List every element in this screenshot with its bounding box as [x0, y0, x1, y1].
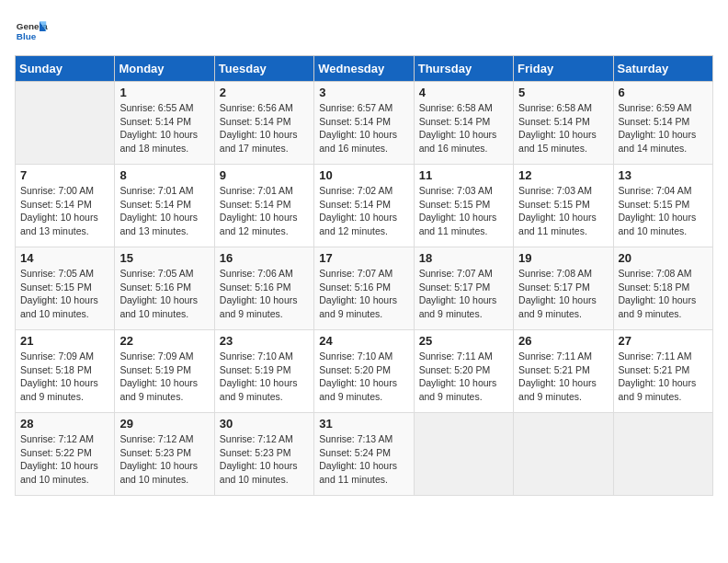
- day-number: 3: [319, 86, 408, 99]
- svg-text:Blue: Blue: [17, 31, 37, 41]
- day-info: Sunrise: 7:10 AM Sunset: 5:19 PM Dayligh…: [220, 350, 309, 404]
- day-number: 29: [119, 417, 209, 431]
- calendar-cell: 10Sunrise: 7:02 AM Sunset: 5:14 PM Dayli…: [314, 165, 414, 247]
- day-number: 30: [220, 417, 309, 431]
- day-number: 9: [220, 168, 309, 182]
- day-number: 23: [220, 334, 309, 348]
- calendar-cell: 1Sunrise: 6:55 AM Sunset: 5:14 PM Daylig…: [115, 82, 214, 165]
- day-number: 20: [619, 251, 708, 265]
- day-info: Sunrise: 7:04 AM Sunset: 5:15 PM Dayligh…: [619, 184, 708, 238]
- calendar-cell: [414, 413, 513, 496]
- calendar-cell: 11Sunrise: 7:03 AM Sunset: 5:15 PM Dayli…: [414, 165, 513, 247]
- day-number: 26: [518, 334, 608, 348]
- calendar-cell: 27Sunrise: 7:11 AM Sunset: 5:21 PM Dayli…: [613, 330, 712, 413]
- day-info: Sunrise: 6:56 AM Sunset: 5:14 PM Dayligh…: [220, 101, 309, 155]
- calendar-cell: 8Sunrise: 7:01 AM Sunset: 5:14 PM Daylig…: [115, 165, 214, 247]
- day-number: 22: [119, 334, 209, 348]
- calendar-cell: 22Sunrise: 7:09 AM Sunset: 5:19 PM Dayli…: [115, 330, 214, 413]
- calendar-cell: 7Sunrise: 7:00 AM Sunset: 5:14 PM Daylig…: [16, 165, 115, 247]
- day-number: 18: [419, 251, 508, 265]
- day-number: 1: [119, 86, 209, 99]
- day-info: Sunrise: 7:02 AM Sunset: 5:14 PM Dayligh…: [319, 184, 408, 238]
- day-info: Sunrise: 6:55 AM Sunset: 5:14 PM Dayligh…: [119, 101, 209, 155]
- calendar-cell: [514, 413, 613, 496]
- day-info: Sunrise: 7:12 AM Sunset: 5:22 PM Dayligh…: [20, 432, 109, 487]
- day-number: 12: [518, 168, 608, 182]
- day-info: Sunrise: 7:03 AM Sunset: 5:15 PM Dayligh…: [419, 184, 508, 238]
- calendar-cell: 13Sunrise: 7:04 AM Sunset: 5:15 PM Dayli…: [613, 165, 712, 247]
- calendar-cell: [613, 413, 712, 496]
- calendar-cell: 16Sunrise: 7:06 AM Sunset: 5:16 PM Dayli…: [214, 247, 313, 330]
- day-number: 5: [518, 86, 608, 99]
- calendar-cell: 23Sunrise: 7:10 AM Sunset: 5:19 PM Dayli…: [214, 330, 313, 413]
- calendar-cell: 20Sunrise: 7:08 AM Sunset: 5:18 PM Dayli…: [613, 247, 712, 330]
- day-info: Sunrise: 7:11 AM Sunset: 5:21 PM Dayligh…: [518, 350, 608, 404]
- day-number: 11: [419, 168, 508, 182]
- day-info: Sunrise: 7:08 AM Sunset: 5:17 PM Dayligh…: [518, 267, 608, 321]
- weekday-header-wednesday: Wednesday: [314, 56, 414, 82]
- weekday-header-friday: Friday: [514, 56, 613, 82]
- day-info: Sunrise: 7:09 AM Sunset: 5:18 PM Dayligh…: [20, 350, 109, 404]
- day-info: Sunrise: 6:58 AM Sunset: 5:14 PM Dayligh…: [419, 101, 508, 155]
- weekday-header-tuesday: Tuesday: [214, 56, 313, 82]
- weekday-header-saturday: Saturday: [613, 56, 712, 82]
- calendar-cell: 24Sunrise: 7:10 AM Sunset: 5:20 PM Dayli…: [314, 330, 414, 413]
- day-number: 8: [119, 168, 209, 182]
- day-number: 28: [20, 417, 109, 431]
- calendar-cell: 30Sunrise: 7:12 AM Sunset: 5:23 PM Dayli…: [214, 413, 313, 496]
- calendar-cell: 3Sunrise: 6:57 AM Sunset: 5:14 PM Daylig…: [314, 82, 414, 165]
- day-number: 25: [419, 334, 508, 348]
- calendar-cell: 21Sunrise: 7:09 AM Sunset: 5:18 PM Dayli…: [16, 330, 115, 413]
- calendar-cell: 29Sunrise: 7:12 AM Sunset: 5:23 PM Dayli…: [115, 413, 214, 496]
- day-info: Sunrise: 7:00 AM Sunset: 5:14 PM Dayligh…: [20, 184, 109, 238]
- calendar-cell: 5Sunrise: 6:58 AM Sunset: 5:14 PM Daylig…: [514, 82, 613, 165]
- calendar-cell: 19Sunrise: 7:08 AM Sunset: 5:17 PM Dayli…: [514, 247, 613, 330]
- day-number: 24: [319, 334, 408, 348]
- day-info: Sunrise: 7:09 AM Sunset: 5:19 PM Dayligh…: [119, 350, 209, 404]
- day-info: Sunrise: 7:11 AM Sunset: 5:20 PM Dayligh…: [419, 350, 508, 404]
- calendar-cell: 28Sunrise: 7:12 AM Sunset: 5:22 PM Dayli…: [16, 413, 115, 496]
- logo-icon: General Blue: [15, 15, 48, 48]
- day-info: Sunrise: 7:08 AM Sunset: 5:18 PM Dayligh…: [619, 267, 708, 321]
- day-number: 17: [319, 251, 408, 265]
- day-info: Sunrise: 7:06 AM Sunset: 5:16 PM Dayligh…: [220, 267, 309, 321]
- day-number: 6: [619, 86, 708, 99]
- logo: General Blue: [15, 15, 51, 48]
- day-info: Sunrise: 7:11 AM Sunset: 5:21 PM Dayligh…: [619, 350, 708, 404]
- day-info: Sunrise: 6:57 AM Sunset: 5:14 PM Dayligh…: [319, 101, 408, 155]
- calendar-cell: 9Sunrise: 7:01 AM Sunset: 5:14 PM Daylig…: [214, 165, 313, 247]
- calendar-table: SundayMondayTuesdayWednesdayThursdayFrid…: [15, 55, 713, 496]
- day-number: 19: [518, 251, 608, 265]
- day-info: Sunrise: 7:05 AM Sunset: 5:15 PM Dayligh…: [20, 267, 109, 321]
- day-number: 31: [319, 417, 408, 431]
- day-number: 14: [20, 251, 109, 265]
- calendar-cell: 12Sunrise: 7:03 AM Sunset: 5:15 PM Dayli…: [514, 165, 613, 247]
- day-info: Sunrise: 7:07 AM Sunset: 5:17 PM Dayligh…: [419, 267, 508, 321]
- day-info: Sunrise: 7:13 AM Sunset: 5:24 PM Dayligh…: [319, 432, 408, 487]
- day-info: Sunrise: 7:05 AM Sunset: 5:16 PM Dayligh…: [119, 267, 209, 321]
- calendar-cell: 6Sunrise: 6:59 AM Sunset: 5:14 PM Daylig…: [613, 82, 712, 165]
- calendar-cell: 15Sunrise: 7:05 AM Sunset: 5:16 PM Dayli…: [115, 247, 214, 330]
- calendar-cell: [16, 82, 115, 165]
- day-info: Sunrise: 6:59 AM Sunset: 5:14 PM Dayligh…: [619, 101, 708, 155]
- day-number: 15: [119, 251, 209, 265]
- day-info: Sunrise: 7:03 AM Sunset: 5:15 PM Dayligh…: [518, 184, 608, 238]
- day-info: Sunrise: 7:12 AM Sunset: 5:23 PM Dayligh…: [220, 432, 309, 487]
- calendar-cell: 4Sunrise: 6:58 AM Sunset: 5:14 PM Daylig…: [414, 82, 513, 165]
- weekday-header-monday: Monday: [115, 56, 214, 82]
- calendar-cell: 26Sunrise: 7:11 AM Sunset: 5:21 PM Dayli…: [514, 330, 613, 413]
- calendar-cell: 31Sunrise: 7:13 AM Sunset: 5:24 PM Dayli…: [314, 413, 414, 496]
- calendar-cell: 14Sunrise: 7:05 AM Sunset: 5:15 PM Dayli…: [16, 247, 115, 330]
- day-number: 7: [20, 168, 109, 182]
- calendar-cell: 18Sunrise: 7:07 AM Sunset: 5:17 PM Dayli…: [414, 247, 513, 330]
- day-info: Sunrise: 7:01 AM Sunset: 5:14 PM Dayligh…: [220, 184, 309, 238]
- day-number: 13: [619, 168, 708, 182]
- day-info: Sunrise: 7:01 AM Sunset: 5:14 PM Dayligh…: [119, 184, 209, 238]
- day-info: Sunrise: 7:10 AM Sunset: 5:20 PM Dayligh…: [319, 350, 408, 404]
- weekday-header-sunday: Sunday: [16, 56, 115, 82]
- day-number: 27: [619, 334, 708, 348]
- day-info: Sunrise: 7:12 AM Sunset: 5:23 PM Dayligh…: [119, 432, 209, 487]
- page-header: General Blue: [15, 15, 713, 48]
- calendar-cell: 2Sunrise: 6:56 AM Sunset: 5:14 PM Daylig…: [214, 82, 313, 165]
- day-number: 4: [419, 86, 508, 99]
